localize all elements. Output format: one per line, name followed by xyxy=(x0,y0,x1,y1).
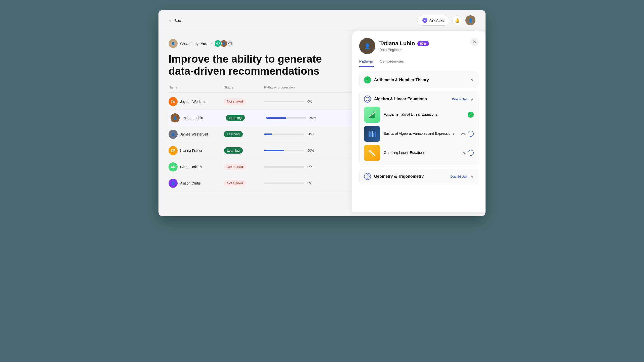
ask-atlas-icon: ✦ xyxy=(422,18,427,23)
student-avatar: JW xyxy=(169,97,178,106)
student-cell: 👤 Allison Curtis xyxy=(169,179,224,188)
status-cell: Not started xyxy=(224,98,264,105)
panel-user-name: Tatiana Lubin 50% xyxy=(379,40,429,47)
student-cell: KF Kianna Franci xyxy=(169,146,224,155)
ask-atlas-label: Ask Atlas xyxy=(429,18,444,22)
progress-bar-fill xyxy=(266,117,286,119)
creator-avatar: 👤 xyxy=(169,39,178,48)
progress-pct: 0% xyxy=(307,100,315,103)
collaborators: GJ 👤 +73 xyxy=(216,40,234,47)
progress-bar-bg xyxy=(266,117,306,119)
course-item[interactable]: Graphing Linear Equations 1/4 xyxy=(364,145,474,161)
progress-bar-bg xyxy=(264,183,304,184)
course-item-info: Graphing Linear Equations xyxy=(384,150,458,155)
creator-avatar-icon: 👤 xyxy=(171,42,175,45)
section-title: Arithmetic & Number Theory xyxy=(374,78,429,82)
due-date-badge: Due 4 Dec xyxy=(452,97,468,101)
status-badge: Not started xyxy=(224,98,246,105)
back-label: Back xyxy=(174,18,183,23)
dot-separator: · xyxy=(211,41,212,46)
student-name: Tatiana Lubin xyxy=(182,116,203,120)
progress-bar-bg xyxy=(264,101,304,102)
student-avatar: GD xyxy=(169,162,178,171)
col-name: Name xyxy=(169,85,224,89)
status-badge: Not started xyxy=(224,164,246,170)
student-cell: JW Jaydon Workman xyxy=(169,97,224,106)
tab-pathway[interactable]: Pathway xyxy=(359,59,374,67)
course-section-arithmetic: ✓ Arithmetic & Number Theory ∨ xyxy=(359,72,478,88)
student-cell: 👤 Tatiana Lubin xyxy=(171,113,226,122)
item-progress-ring xyxy=(467,130,475,138)
back-button[interactable]: ← Back xyxy=(169,18,183,23)
section-partial-icon xyxy=(364,96,371,103)
item-progress-text: 1/4 xyxy=(461,151,466,155)
course-thumbnail-graphing xyxy=(364,145,380,161)
status-badge: Learning xyxy=(224,147,243,154)
status-badge: Learning xyxy=(226,115,245,121)
progress-pct: 20% xyxy=(307,132,315,136)
tab-competencies[interactable]: Competencies xyxy=(380,59,404,67)
progress-pct: 50% xyxy=(307,149,315,152)
item-complete-icon: ✓ xyxy=(468,112,474,118)
status-badge: Learning xyxy=(224,131,243,137)
progress-pct: 0% xyxy=(307,181,315,185)
course-thumb-icon xyxy=(368,129,377,138)
student-name: Kianna Franci xyxy=(180,149,202,153)
section-header-geometry[interactable]: Geometry & Trigonometry Due 26 Jan ∨ xyxy=(359,169,478,184)
user-avatar[interactable]: 👤 xyxy=(465,15,475,25)
course-item[interactable]: Fundamentals of Linear Equations ✓ xyxy=(364,107,474,123)
course-item-info: Fundamentals of Linear Equations xyxy=(384,112,464,117)
section-right: ∨ xyxy=(471,78,474,82)
course-item-name: Basics of Algebra: Variables and Express… xyxy=(384,131,454,135)
section-header-arithmetic[interactable]: ✓ Arithmetic & Number Theory ∨ xyxy=(359,72,478,87)
student-name: James Westervelt xyxy=(180,132,208,136)
item-progress-ring xyxy=(467,149,475,157)
course-item-name: Graphing Linear Equations xyxy=(384,151,426,155)
section-left: ✓ Arithmetic & Number Theory xyxy=(364,76,429,83)
student-avatar: 👤 xyxy=(171,113,180,122)
student-name: Giana Dokidis xyxy=(180,165,202,169)
chevron-down-icon: ∨ xyxy=(471,174,474,179)
progress-bar-bg xyxy=(264,133,304,135)
section-right: Due 4 Dec ∧ xyxy=(452,97,474,102)
svg-rect-8 xyxy=(375,132,376,137)
progress-pct: 0% xyxy=(307,165,315,169)
user-avatar-label: 👤 xyxy=(468,18,473,22)
back-arrow-icon: ← xyxy=(169,18,172,23)
svg-rect-5 xyxy=(370,132,371,137)
student-cell: GD Giana Dokidis xyxy=(169,162,224,171)
section-title: Algebra & Linear Equations xyxy=(374,97,427,101)
collab-face-icon: 👤 xyxy=(222,42,226,45)
student-cell: 👤 James Westervelt xyxy=(169,130,224,139)
section-header-algebra[interactable]: Algebra & Linear Equations Due 4 Dec ∧ xyxy=(359,92,478,107)
course-item[interactable]: Basics of Algebra: Variables and Express… xyxy=(364,126,474,142)
student-name: Jaydon Workman xyxy=(180,100,208,104)
status-cell: Learning xyxy=(226,115,266,121)
main-content: 👤 Created by You · GJ 👤 +73 xyxy=(158,31,486,200)
chevron-up-icon: ∧ xyxy=(471,97,474,102)
course-item-right: ✓ xyxy=(468,112,474,118)
course-item-info: Basics of Algebra: Variables and Express… xyxy=(384,131,458,136)
status-cell: Learning xyxy=(224,131,264,137)
svg-rect-4 xyxy=(369,131,370,137)
ask-atlas-button[interactable]: ✦ Ask Atlas xyxy=(417,15,449,26)
section-title: Geometry & Trigonometry xyxy=(374,174,424,179)
collab-avatar-1: GJ xyxy=(214,40,222,47)
progress-bar-fill xyxy=(264,133,272,135)
user-detail-panel: 👤 Tatiana Lubin 50% Data Engineer ✕ Path… xyxy=(352,31,486,212)
panel-user-role: Data Engineer xyxy=(379,48,429,52)
progress-bar-bg xyxy=(264,166,304,168)
course-thumbnail-fundamentals xyxy=(364,107,380,123)
course-thumb-icon xyxy=(368,148,377,157)
status-cell: Not started xyxy=(224,180,264,186)
panel-user-info: 👤 Tatiana Lubin 50% Data Engineer xyxy=(359,38,429,54)
progress-pct: 50% xyxy=(309,116,317,120)
student-avatar: KF xyxy=(169,146,178,155)
close-panel-button[interactable]: ✕ xyxy=(470,38,478,46)
course-item-right: 1/4 xyxy=(461,150,474,156)
progress-bar-fill xyxy=(264,150,284,151)
course-section-geometry: Geometry & Trigonometry Due 26 Jan ∨ xyxy=(359,169,478,184)
progress-bar-bg xyxy=(264,150,304,151)
col-status: Status xyxy=(224,85,264,89)
notifications-button[interactable]: 🔔 xyxy=(452,15,462,25)
